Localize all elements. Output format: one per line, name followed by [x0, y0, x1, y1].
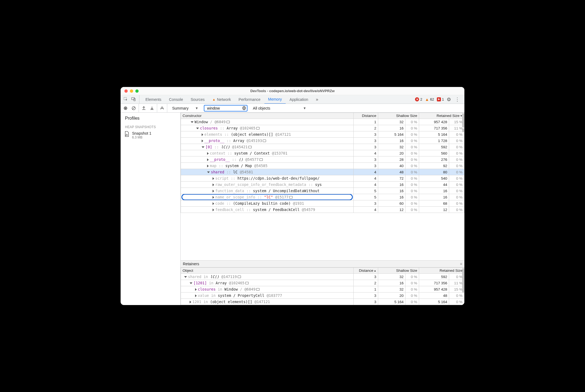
table-row[interactable]: shared in lC() @1471193320 %5920 %	[181, 274, 464, 280]
tab-performance[interactable]: Performance	[235, 95, 264, 104]
chevron-right-icon[interactable]	[207, 165, 209, 167]
table-row[interactable]: context :: system / Context @1537014200 …	[181, 150, 464, 156]
chevron-right-icon[interactable]	[213, 196, 214, 199]
device-toggle-icon[interactable]	[131, 97, 136, 102]
chevron-down-icon[interactable]	[184, 276, 187, 278]
clear-filter-icon[interactable]: ✕	[242, 106, 246, 110]
objects-filter-select[interactable]: All objects▼	[251, 106, 308, 110]
object-link-icon[interactable]	[256, 127, 259, 129]
zoom-icon[interactable]	[135, 89, 139, 93]
inspect-icon[interactable]	[123, 97, 128, 102]
chevron-right-icon[interactable]	[207, 152, 209, 155]
view-mode-select[interactable]: Summary▼	[171, 106, 200, 110]
chevron-right-icon[interactable]	[190, 301, 191, 303]
devtools-window: DevTools - codepen.io/web-dot-dev/live/o…	[121, 87, 464, 305]
warning-icon: ▲	[212, 98, 216, 101]
table-row[interactable]: raw_outer_scope_info_or_feedback_metadat…	[181, 182, 464, 188]
table-row[interactable]: code :: (CompileLazy builtin code) @1931…	[181, 200, 464, 207]
table-row[interactable]: name_or_scope_info :: "lC" @151775160 %1…	[181, 194, 464, 200]
object-link-icon[interactable]	[259, 158, 263, 161]
object-link-icon[interactable]	[263, 140, 266, 142]
object-link-icon[interactable]	[245, 282, 249, 284]
close-icon[interactable]	[124, 89, 128, 93]
chevron-down-icon[interactable]	[202, 146, 204, 148]
table-row[interactable]: value in system / PropertyCell @10377732…	[181, 293, 464, 299]
panel-tabbar: ElementsConsoleSources▲NetworkPerformanc…	[121, 95, 464, 104]
table-row[interactable]: elements :: (object elements)[] @1471213…	[181, 131, 464, 138]
chevron-right-icon[interactable]	[213, 177, 214, 180]
class-filter-input[interactable]: ✕	[204, 105, 247, 111]
col-object[interactable]: Object	[181, 268, 354, 274]
object-link-icon[interactable]	[289, 196, 292, 198]
col-distance[interactable]: Distance	[353, 113, 378, 119]
tab-memory[interactable]: Memory	[264, 95, 286, 104]
table-row[interactable]: closures in Window / @68491320 %957 4281…	[181, 286, 464, 293]
table-row[interactable]: [1201] in Array @1024652160 %717 35611 %	[181, 280, 464, 286]
chevron-right-icon[interactable]	[213, 183, 214, 186]
gc-icon[interactable]	[160, 106, 164, 110]
chevron-right-icon[interactable]	[213, 190, 214, 192]
load-icon[interactable]	[142, 106, 146, 110]
more-tabs-button[interactable]: »	[314, 97, 320, 102]
settings-icon[interactable]: ⚙	[447, 97, 451, 102]
tab-application[interactable]: Application	[286, 95, 312, 104]
table-row[interactable]: [0] :: lC() @1454213320 %5920 %	[181, 144, 464, 150]
table-row[interactable]: __proto__ :: () @545773280 %2760 %	[181, 156, 464, 163]
filter-textbox[interactable]	[207, 106, 241, 111]
constructor-table[interactable]: Constructor Distance Shallow Size Retain…	[181, 113, 464, 213]
col-constructor[interactable]: Constructor	[181, 113, 354, 119]
tab-console[interactable]: Console	[165, 95, 187, 104]
chevron-right-icon[interactable]	[213, 209, 214, 211]
chevron-right-icon[interactable]	[202, 140, 203, 142]
object-link-icon[interactable]	[238, 276, 241, 278]
table-row[interactable]: Window / @68491320 %957 42815 %	[181, 119, 464, 125]
record-icon[interactable]	[123, 106, 128, 110]
table-row[interactable]: script :: https://cdpn.io/web-dot-dev/fu…	[181, 175, 464, 182]
table-row[interactable]: shared :: lC @545814480 %800 %	[181, 169, 464, 175]
tab-network[interactable]: ▲Network	[208, 95, 235, 104]
clear-icon[interactable]	[132, 106, 136, 110]
col-retained2[interactable]: Retained Size	[419, 268, 464, 274]
table-row[interactable]: closures :: Array @1024652160 %717 35611…	[181, 125, 464, 131]
table-row[interactable]: function_data :: system / UncompiledData…	[181, 188, 464, 194]
profiles-title: Profiles	[121, 113, 180, 122]
table-row[interactable]: feedback_cell :: system / FeedbackCell @…	[181, 207, 464, 213]
titlebar: DevTools - codepen.io/web-dot-dev/live/o…	[121, 87, 464, 95]
chevron-down-icon[interactable]	[190, 282, 192, 284]
retainers-table[interactable]: Object Distance▲ Shallow Size Retained S…	[181, 267, 464, 305]
object-link-icon[interactable]	[226, 121, 230, 123]
window-title: DevTools - codepen.io/web-dot-dev/live/o…	[121, 89, 464, 93]
minimize-icon[interactable]	[130, 89, 133, 93]
snapshot-size: 6.3 MB	[132, 135, 151, 139]
warning-counter[interactable]: ▲62	[425, 97, 434, 102]
snapshot-item[interactable]: Snapshot 1 6.3 MB	[121, 130, 180, 140]
scrollbar[interactable]	[462, 113, 464, 260]
issues-counter[interactable]: ⚑1	[437, 97, 444, 101]
error-counter[interactable]: ✕2	[415, 97, 422, 101]
chevron-right-icon[interactable]	[207, 158, 209, 161]
object-link-icon[interactable]	[256, 288, 259, 291]
chevron-right-icon[interactable]	[195, 294, 197, 297]
col-shallow[interactable]: Shallow Size	[378, 113, 419, 119]
retainers-menu-icon[interactable]: ≡	[460, 262, 462, 266]
chevron-down-icon[interactable]	[196, 128, 199, 129]
snapshot-name: Snapshot 1	[132, 131, 151, 135]
col-shallow2[interactable]: Shallow Size	[378, 268, 419, 274]
table-row[interactable]: 1201 in (object elements)[] @14712135 16…	[181, 299, 464, 305]
chevron-down-icon[interactable]	[207, 171, 210, 173]
col-distance2[interactable]: Distance▲	[353, 268, 378, 274]
tab-sources[interactable]: Sources	[187, 95, 208, 104]
object-link-icon[interactable]	[248, 146, 252, 148]
table-row[interactable]: map :: system / Map @545853400 %920 %	[181, 163, 464, 169]
kebab-menu-icon[interactable]: ⋮	[454, 97, 461, 102]
window-controls	[124, 89, 139, 93]
save-icon[interactable]	[150, 106, 154, 110]
tab-elements[interactable]: Elements	[142, 95, 165, 104]
chevron-down-icon[interactable]	[191, 121, 193, 123]
chevron-right-icon[interactable]	[202, 133, 203, 136]
col-retained[interactable]: Retained Size▼	[419, 113, 464, 119]
chevron-right-icon[interactable]	[195, 288, 197, 291]
scrollbar-lower[interactable]	[462, 267, 464, 305]
table-row[interactable]: __proto__ :: Array @1451933160 %1 7280 %	[181, 138, 464, 144]
chevron-right-icon[interactable]	[213, 202, 214, 205]
